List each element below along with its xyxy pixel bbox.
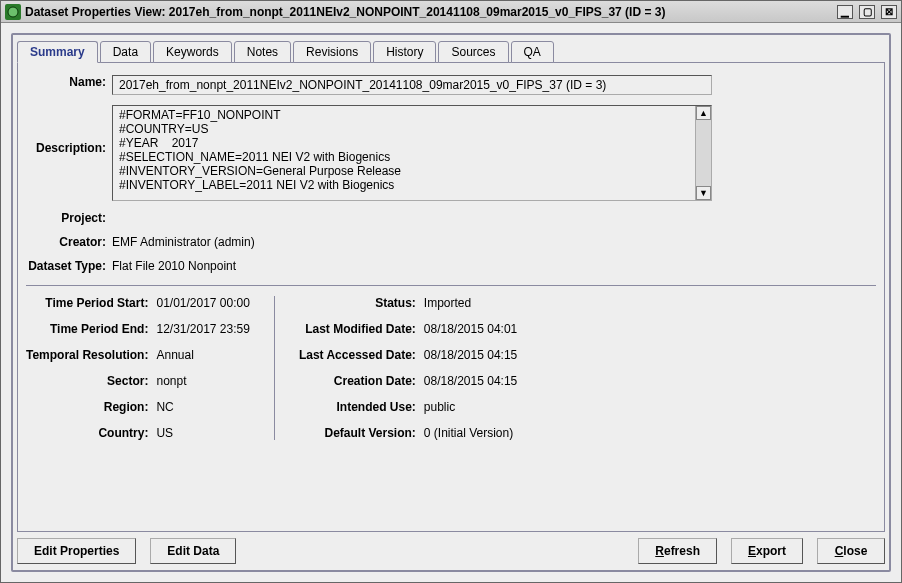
app-icon <box>5 4 21 20</box>
label-creator: Creator: <box>26 231 112 249</box>
svg-point-0 <box>8 7 18 17</box>
description-scrollbar[interactable]: ▲ ▼ <box>695 106 711 200</box>
tab-revisions[interactable]: Revisions <box>293 41 371 63</box>
label-country: Country: <box>26 426 148 440</box>
titlebar: Dataset Properties View: 2017eh_from_non… <box>1 1 901 23</box>
meta-grid: Time Period Start: 01/01/2017 00:00 Time… <box>26 296 876 440</box>
window: Dataset Properties View: 2017eh_from_non… <box>0 0 902 583</box>
tab-history[interactable]: History <box>373 41 436 63</box>
time-period-start-value: 01/01/2017 00:00 <box>156 296 249 310</box>
default-version-value: 0 (Initial Version) <box>424 426 517 440</box>
export-button[interactable]: Export <box>731 538 803 564</box>
country-value: US <box>156 426 249 440</box>
meta-col-left: Time Period Start: 01/01/2017 00:00 Time… <box>26 296 275 440</box>
label-description: Description: <box>26 101 112 155</box>
label-status: Status: <box>299 296 416 310</box>
window-title: Dataset Properties View: 2017eh_from_non… <box>25 5 837 19</box>
temporal-resolution-value: Annual <box>156 348 249 362</box>
last-accessed-date-value: 08/18/2015 04:15 <box>424 348 517 362</box>
tab-notes[interactable]: Notes <box>234 41 291 63</box>
separator <box>26 285 876 286</box>
status-value: Imported <box>424 296 517 310</box>
intended-use-value: public <box>424 400 517 414</box>
creator-value: EMF Administrator (admin) <box>112 231 876 249</box>
tab-qa[interactable]: QA <box>511 41 554 63</box>
label-creation-date: Creation Date: <box>299 374 416 388</box>
tab-data[interactable]: Data <box>100 41 151 63</box>
label-default-version: Default Version: <box>299 426 416 440</box>
edit-data-button[interactable]: Edit Data <box>150 538 236 564</box>
label-name: Name: <box>26 71 112 89</box>
scroll-up-icon[interactable]: ▲ <box>696 106 711 120</box>
scroll-down-icon[interactable]: ▼ <box>696 186 711 200</box>
label-project: Project: <box>26 207 112 225</box>
panel: Summary Data Keywords Notes Revisions Hi… <box>11 33 891 572</box>
sector-value: nonpt <box>156 374 249 388</box>
tab-body: Name: 2017eh_from_nonpt_2011NEIv2_NONPOI… <box>17 62 885 532</box>
close-icon[interactable]: ⊠ <box>881 5 897 19</box>
scroll-track[interactable] <box>696 120 711 186</box>
label-dataset-type: Dataset Type: <box>26 255 112 273</box>
tab-bar: Summary Data Keywords Notes Revisions Hi… <box>17 41 885 63</box>
edit-properties-button[interactable]: Edit Properties <box>17 538 136 564</box>
dataset-type-value: Flat File 2010 Nonpoint <box>112 255 876 273</box>
name-field: 2017eh_from_nonpt_2011NEIv2_NONPOINT_201… <box>112 75 712 95</box>
minimize-icon[interactable]: ▁ <box>837 5 853 19</box>
label-temporal-resolution: Temporal Resolution: <box>26 348 148 362</box>
label-last-modified-date: Last Modified Date: <box>299 322 416 336</box>
refresh-button[interactable]: Refresh <box>638 538 717 564</box>
description-field[interactable] <box>113 106 695 200</box>
label-sector: Sector: <box>26 374 148 388</box>
content: Summary Data Keywords Notes Revisions Hi… <box>1 23 901 582</box>
tab-sources[interactable]: Sources <box>438 41 508 63</box>
region-value: NC <box>156 400 249 414</box>
time-period-end-value: 12/31/2017 23:59 <box>156 322 249 336</box>
label-time-period-end: Time Period End: <box>26 322 148 336</box>
label-intended-use: Intended Use: <box>299 400 416 414</box>
maximize-icon[interactable]: ▢ <box>859 5 875 19</box>
tab-keywords[interactable]: Keywords <box>153 41 232 63</box>
label-region: Region: <box>26 400 148 414</box>
project-value <box>112 207 876 211</box>
meta-col-right: Status: Imported Last Modified Date: 08/… <box>299 296 517 440</box>
button-bar: Edit Properties Edit Data Refresh Export… <box>17 532 885 566</box>
last-modified-date-value: 08/18/2015 04:01 <box>424 322 517 336</box>
creation-date-value: 08/18/2015 04:15 <box>424 374 517 388</box>
close-button[interactable]: Close <box>817 538 885 564</box>
tab-summary[interactable]: Summary <box>17 41 98 63</box>
label-last-accessed-date: Last Accessed Date: <box>299 348 416 362</box>
label-time-period-start: Time Period Start: <box>26 296 148 310</box>
